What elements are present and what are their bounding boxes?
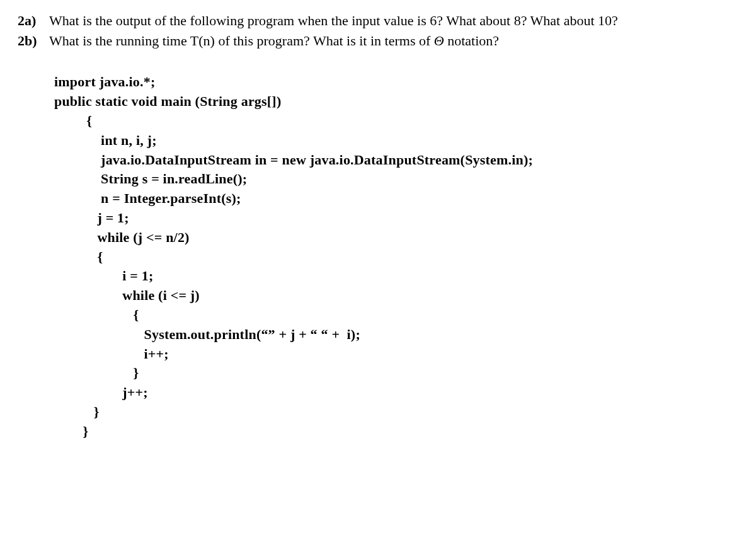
question-2b-text-part2: notation? (444, 33, 499, 49)
question-2a-text: What is the output of the following prog… (49, 11, 738, 30)
question-2b-label: 2b) (18, 32, 49, 50)
question-2b-text: What is the running time T(n) of this pr… (49, 32, 738, 50)
question-2b: 2b) What is the running time T(n) of thi… (18, 32, 738, 50)
question-2a-label: 2a) (18, 11, 49, 30)
theta-symbol: Θ (434, 33, 444, 49)
code-block: import java.io.*; public static void mai… (54, 72, 738, 441)
question-2a: 2a) What is the output of the following … (18, 11, 738, 30)
question-2b-text-part1: What is the running time T(n) of this pr… (49, 33, 434, 49)
